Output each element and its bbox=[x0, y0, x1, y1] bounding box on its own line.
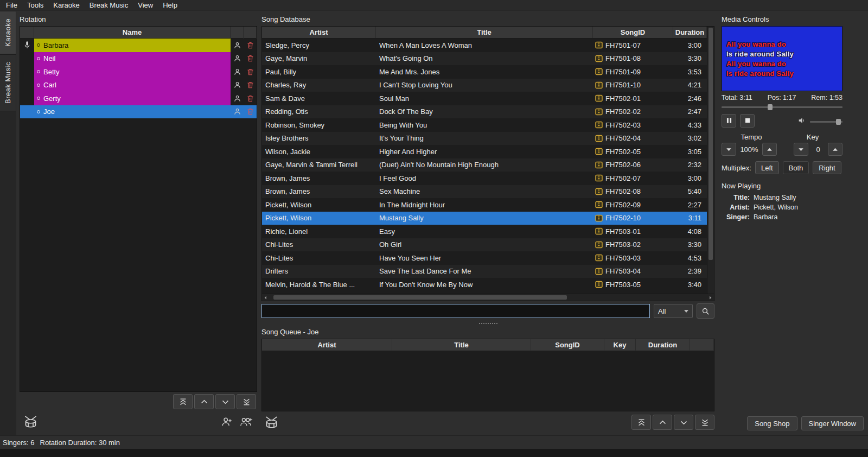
song-row[interactable]: Richie, Lionel Easy FH7503-01 4:08 bbox=[262, 225, 707, 238]
rotation-row-gerty[interactable]: Gerty bbox=[20, 92, 257, 105]
volume-slider[interactable] bbox=[810, 118, 843, 125]
singer-delete-button[interactable] bbox=[244, 52, 257, 66]
song-shop-button[interactable]: Song Shop bbox=[747, 416, 797, 430]
song-row[interactable]: Pickett, Wilson Mustang Sally FH7502-10 … bbox=[262, 212, 707, 225]
tab-karaoke[interactable]: Karaoke bbox=[0, 11, 16, 54]
key-increase-button[interactable] bbox=[828, 143, 843, 156]
add-singer-button[interactable] bbox=[217, 412, 237, 431]
db-vertical-scrollbar-handle[interactable] bbox=[709, 28, 713, 260]
rotation-singer-name[interactable]: Joe bbox=[34, 105, 231, 119]
menu-item-karaoke[interactable]: Karaoke bbox=[48, 0, 84, 10]
column-header-artist[interactable]: Artist bbox=[262, 27, 376, 38]
rotation-move-top-button[interactable] bbox=[173, 394, 193, 409]
queue-break-music-button[interactable] bbox=[261, 413, 281, 431]
menu-item-break-music[interactable]: Break Music bbox=[85, 0, 133, 10]
rotation-move-bottom-button[interactable] bbox=[237, 394, 256, 409]
song-row[interactable]: Gaye, Marvin & Tammi Terrell (Duet) Ain'… bbox=[262, 158, 707, 172]
scroll-left-button[interactable] bbox=[262, 294, 269, 301]
menu-item-help[interactable]: Help bbox=[158, 0, 182, 10]
rotation-break-music-button[interactable] bbox=[21, 412, 40, 431]
singer-profile-button[interactable] bbox=[231, 65, 244, 79]
rotation-row-carl[interactable]: Carl bbox=[20, 79, 257, 92]
multiplex-right-button[interactable]: Right bbox=[813, 161, 841, 174]
rotation-row-joe[interactable]: Joe bbox=[20, 105, 257, 119]
db-horizontal-scrollbar-handle[interactable] bbox=[273, 295, 567, 300]
singer-profile-button[interactable] bbox=[231, 79, 244, 92]
menu-item-tools[interactable]: Tools bbox=[22, 0, 48, 10]
singer-profile-button[interactable] bbox=[231, 105, 244, 119]
splitter-handle[interactable] bbox=[261, 321, 714, 326]
rotation-name-column-header[interactable]: Name bbox=[34, 27, 231, 39]
song-row[interactable]: Brown, James Sex Machine FH7502-08 5:40 bbox=[262, 185, 707, 199]
rotation-row-neil[interactable]: Neil bbox=[20, 52, 257, 66]
queue-header-key[interactable]: Key bbox=[604, 339, 636, 351]
multiplex-left-button[interactable]: Left bbox=[755, 161, 779, 174]
rotation-singer-name[interactable]: Carl bbox=[34, 79, 231, 92]
stop-button[interactable] bbox=[740, 114, 755, 128]
song-row[interactable]: Sledge, Percy When A Man Loves A Woman F… bbox=[262, 39, 707, 52]
singer-delete-button[interactable] bbox=[244, 92, 257, 105]
queue-header-artist[interactable]: Artist bbox=[262, 339, 392, 351]
position-slider-groove[interactable] bbox=[722, 106, 843, 108]
menu-item-view[interactable]: View bbox=[133, 0, 158, 10]
song-row[interactable]: Redding, Otis Dock Of The Bay FH7502-02 … bbox=[262, 105, 707, 119]
song-row[interactable]: Brown, James I Feel Good FH7502-07 3:00 bbox=[262, 172, 707, 185]
rotation-move-down-button[interactable] bbox=[215, 394, 235, 409]
singer-profile-button[interactable] bbox=[231, 39, 244, 52]
rotation-singer-name[interactable]: Gerty bbox=[34, 92, 231, 105]
db-horizontal-scrollbar[interactable] bbox=[261, 294, 714, 301]
song-row[interactable]: Isley Brothers It's Your Thing FH7502-04… bbox=[262, 132, 707, 145]
column-header-duration[interactable]: Duration bbox=[673, 27, 707, 38]
song-row[interactable]: Wilson, Jackie Higher And Higher FH7502-… bbox=[262, 145, 707, 158]
song-row[interactable]: Charles, Ray I Can't Stop Loving You FH7… bbox=[262, 79, 707, 92]
song-row[interactable]: Chi-Lites Oh Girl FH7503-02 3:30 bbox=[262, 238, 707, 252]
queue-move-up-button[interactable] bbox=[653, 415, 672, 430]
queue-header-songid[interactable]: SongID bbox=[531, 339, 604, 351]
queue-move-top-button[interactable] bbox=[631, 415, 651, 430]
rotation-singer-name[interactable]: Neil bbox=[34, 52, 231, 66]
song-row[interactable]: Melvin, Harold & The Blue ... If You Don… bbox=[262, 278, 707, 291]
db-vertical-scrollbar[interactable] bbox=[707, 27, 714, 294]
singer-delete-button[interactable] bbox=[244, 39, 257, 52]
singer-window-button[interactable]: Singer Window bbox=[801, 416, 864, 430]
search-button[interactable] bbox=[697, 303, 714, 319]
singer-delete-button[interactable] bbox=[244, 79, 257, 92]
queue-header-duration[interactable]: Duration bbox=[636, 339, 690, 351]
singer-profile-button[interactable] bbox=[231, 52, 244, 66]
song-row[interactable]: Robinson, Smokey Being With You FH7502-0… bbox=[262, 118, 707, 132]
singer-delete-button[interactable] bbox=[244, 105, 257, 119]
pause-button[interactable] bbox=[722, 114, 736, 128]
song-row[interactable]: Gaye, Marvin What's Going On FH7501-08 3… bbox=[262, 52, 707, 66]
column-header-songid[interactable]: SongID bbox=[593, 27, 673, 38]
key-decrease-button[interactable] bbox=[794, 143, 808, 156]
rotation-singer-name[interactable]: Betty bbox=[34, 65, 231, 79]
song-row[interactable]: Paul, Billy Me And Mrs. Jones FH7501-09 … bbox=[262, 65, 707, 79]
multiplex-both-button[interactable]: Both bbox=[783, 161, 809, 174]
position-slider-handle[interactable] bbox=[768, 104, 773, 110]
singer-delete-button[interactable] bbox=[244, 65, 257, 79]
scroll-right-button[interactable] bbox=[707, 294, 714, 301]
queue-move-down-button[interactable] bbox=[674, 415, 693, 430]
queue-move-bottom-button[interactable] bbox=[695, 415, 714, 430]
rotation-move-up-button[interactable] bbox=[194, 394, 214, 409]
volume-slider-handle[interactable] bbox=[836, 119, 841, 125]
search-input[interactable] bbox=[261, 304, 650, 318]
db-horizontal-scrollbar-track[interactable] bbox=[269, 294, 707, 301]
rotation-singer-name[interactable]: Barbara bbox=[34, 39, 231, 52]
tab-break-music[interactable]: Break Music bbox=[0, 54, 16, 111]
position-slider[interactable] bbox=[722, 103, 843, 111]
song-row[interactable]: Sam & Dave Soul Man FH7502-01 2:46 bbox=[262, 92, 707, 105]
tempo-decrease-button[interactable] bbox=[722, 143, 736, 156]
song-row[interactable]: Pickett, Wilson In The Midnight Hour FH7… bbox=[262, 198, 707, 212]
column-header-title[interactable]: Title bbox=[376, 27, 593, 38]
tempo-increase-button[interactable] bbox=[762, 143, 777, 156]
singer-profile-button[interactable] bbox=[231, 92, 244, 105]
song-row[interactable]: Chi-Lites Have You Seen Her FH7503-03 4:… bbox=[262, 251, 707, 265]
rotation-row-barbara[interactable]: Barbara bbox=[20, 39, 257, 52]
rotation-row-betty[interactable]: Betty bbox=[20, 65, 257, 79]
menu-item-file[interactable]: File bbox=[1, 0, 22, 10]
song-row[interactable]: Drifters Save The Last Dance For Me FH75… bbox=[262, 265, 707, 278]
queue-header-title[interactable]: Title bbox=[392, 339, 531, 351]
add-singers-button[interactable] bbox=[237, 412, 256, 431]
search-filter-dropdown[interactable]: All bbox=[654, 304, 693, 318]
